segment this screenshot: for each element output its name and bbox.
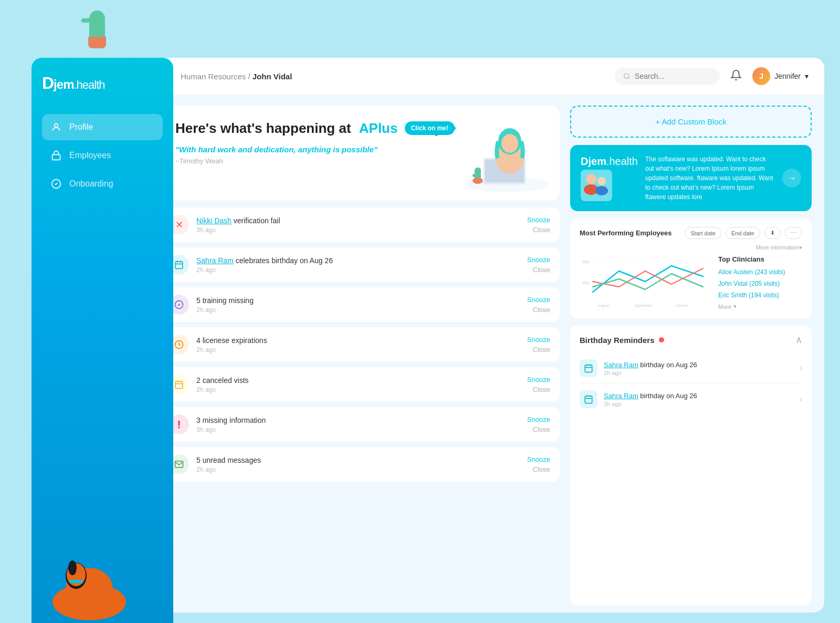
sidebar-item-profile[interactable]: Profile bbox=[42, 114, 163, 140]
sidebar-item-label: Profile bbox=[69, 122, 93, 132]
chart-legend-title: Top Clinicians bbox=[718, 255, 802, 263]
close-button[interactable]: Close bbox=[533, 266, 550, 274]
snooze-button[interactable]: Snooze bbox=[527, 336, 550, 344]
update-avatar-image bbox=[581, 170, 612, 201]
birthday-calendar-icon bbox=[580, 390, 597, 408]
close-button[interactable]: Close bbox=[533, 346, 550, 354]
right-column: + Add Custom Block Djem.health bbox=[570, 106, 812, 605]
close-button[interactable]: Close bbox=[533, 226, 550, 234]
chart-card: Most Performing Employees Start date End… bbox=[570, 219, 812, 318]
snooze-button[interactable]: Snooze bbox=[527, 376, 550, 383]
close-button[interactable]: Close bbox=[533, 386, 550, 393]
breadcrumb: Human Resources / John Vidal bbox=[181, 72, 292, 81]
birthday-person-link[interactable]: Sahra Ram bbox=[604, 361, 638, 369]
update-arrow-button[interactable]: → bbox=[782, 169, 801, 188]
snooze-button[interactable]: Snooze bbox=[527, 416, 550, 423]
close-button[interactable]: Close bbox=[533, 425, 550, 433]
notif-text: Nikki Dash verification fail bbox=[196, 216, 520, 225]
notif-link[interactable]: Sahra Ram bbox=[196, 256, 234, 265]
update-logo-area: Djem.health bbox=[581, 155, 638, 201]
svg-point-0 bbox=[55, 123, 58, 127]
sidebar-item-employees[interactable]: Employees bbox=[42, 142, 163, 169]
sidebar-item-onboarding[interactable]: Onboarding bbox=[42, 171, 163, 197]
dog-decoration bbox=[32, 518, 173, 623]
birthday-item-chevron[interactable]: › bbox=[800, 394, 802, 404]
close-button[interactable]: Close bbox=[533, 306, 550, 314]
notification-item: ! 3 missing information 3h ago Snooze Cl… bbox=[160, 407, 560, 442]
breadcrumb-separator: / bbox=[248, 72, 252, 81]
notification-item: 4 licenese expirations 2h ago Snooze Clo… bbox=[160, 327, 560, 362]
svg-rect-29 bbox=[175, 381, 183, 389]
hero-illustration[interactable] bbox=[455, 106, 554, 195]
svg-point-12 bbox=[624, 74, 629, 78]
click-on-me-bubble[interactable]: Click on me! bbox=[405, 121, 455, 135]
main-content: ☰ Human Resources / John Vidal J Jennife… bbox=[147, 58, 824, 612]
snooze-button[interactable]: Snooze bbox=[527, 216, 550, 224]
svg-text:250: 250 bbox=[582, 281, 590, 285]
search-icon bbox=[623, 72, 631, 80]
svg-rect-20 bbox=[472, 174, 477, 177]
search-input[interactable] bbox=[635, 72, 711, 80]
notif-content: 5 training missing 2h ago bbox=[196, 296, 520, 314]
svg-point-36 bbox=[597, 177, 606, 185]
chart-options-icon[interactable]: ⋯ bbox=[785, 227, 802, 239]
update-card: Djem.health The softaware was upda bbox=[570, 145, 812, 211]
download-icon[interactable]: ⬇ bbox=[764, 227, 781, 239]
svg-rect-21 bbox=[477, 171, 481, 174]
snooze-button[interactable]: Snooze bbox=[527, 256, 550, 264]
employees-icon bbox=[50, 150, 62, 161]
snooze-button[interactable]: Snooze bbox=[527, 296, 550, 304]
notification-item: 5 training missing 2h ago Snooze Close bbox=[160, 287, 560, 322]
sidebar-item-label: Onboarding bbox=[69, 179, 113, 189]
cactus-decoration bbox=[76, 11, 118, 58]
hero-banner: Here's what's happening at APlus today "… bbox=[160, 106, 560, 200]
chart-header: Most Performing Employees Start date End… bbox=[580, 227, 802, 239]
page-header: ☰ Human Resources / John Vidal J Jennife… bbox=[147, 58, 824, 95]
user-name: Jennifer bbox=[774, 72, 801, 80]
chart-more-info[interactable]: More information ▾ bbox=[580, 244, 802, 251]
chart-svg-area: 500 250 august september october bbox=[580, 255, 711, 310]
notif-text: 5 unread messages bbox=[196, 456, 520, 464]
notif-time: 2h ago bbox=[196, 346, 520, 354]
svg-rect-33 bbox=[581, 170, 612, 201]
notification-list: ✕ Nikki Dash verification fail 3h ago Sn… bbox=[160, 207, 560, 482]
update-logo: Djem.health bbox=[581, 155, 638, 168]
chart-more-link[interactable]: More ▾ bbox=[718, 303, 802, 310]
birthday-card: Birthday Reminders ∧ Sahra Ram birthday … bbox=[570, 326, 812, 605]
svg-text:august: august bbox=[598, 304, 609, 308]
birthday-item-chevron[interactable]: › bbox=[800, 364, 802, 373]
birthday-text: Sahra Ram birthday on Aug 26 bbox=[604, 361, 793, 369]
onboarding-icon bbox=[50, 178, 62, 190]
avatar: J bbox=[752, 67, 770, 85]
clinician-link[interactable]: John Vidal bbox=[718, 280, 748, 287]
close-button[interactable]: Close bbox=[533, 465, 550, 473]
notif-actions: Snooze Close bbox=[527, 336, 550, 354]
snooze-button[interactable]: Snooze bbox=[527, 455, 550, 463]
clinician-link[interactable]: Alice Austen bbox=[718, 268, 753, 276]
svg-point-9 bbox=[72, 571, 76, 574]
birthday-person-link[interactable]: Sahra Ram bbox=[604, 392, 638, 400]
birthday-time: 2h ago bbox=[604, 401, 793, 407]
add-custom-block-button[interactable]: + Add Custom Block bbox=[570, 106, 812, 138]
chevron-down-icon: ▾ bbox=[805, 72, 808, 80]
svg-point-22 bbox=[472, 178, 483, 184]
svg-point-18 bbox=[501, 134, 518, 153]
nav-menu: Profile Employees Onboarding bbox=[42, 114, 163, 197]
birthday-alert-dot bbox=[659, 337, 664, 342]
birthday-item: Sahra Ram birthday on Aug 26 2h ago › bbox=[580, 384, 802, 414]
birthday-collapse-button[interactable]: ∧ bbox=[795, 334, 802, 346]
start-date-button[interactable]: Start date bbox=[685, 227, 721, 239]
notif-time: 2h ago bbox=[196, 466, 520, 473]
birthday-content: Sahra Ram birthday on Aug 26 2h ago bbox=[604, 361, 793, 376]
birthday-title: Birthday Reminders bbox=[580, 336, 664, 345]
end-date-button[interactable]: End date bbox=[726, 227, 760, 239]
notif-text: 3 missing information bbox=[196, 416, 520, 424]
notif-link[interactable]: Nikki Dash bbox=[196, 216, 232, 225]
user-menu[interactable]: J Jennifer ▾ bbox=[752, 67, 808, 85]
bell-icon[interactable] bbox=[730, 69, 742, 84]
search-box[interactable] bbox=[615, 68, 720, 85]
clinician-link[interactable]: Eric Smith bbox=[718, 292, 747, 299]
content-area: Here's what's happening at APlus today "… bbox=[147, 95, 824, 612]
performance-chart: 500 250 august september october bbox=[580, 255, 711, 308]
sidebar: Djem.health Profile Employees Onboarding bbox=[32, 58, 173, 623]
